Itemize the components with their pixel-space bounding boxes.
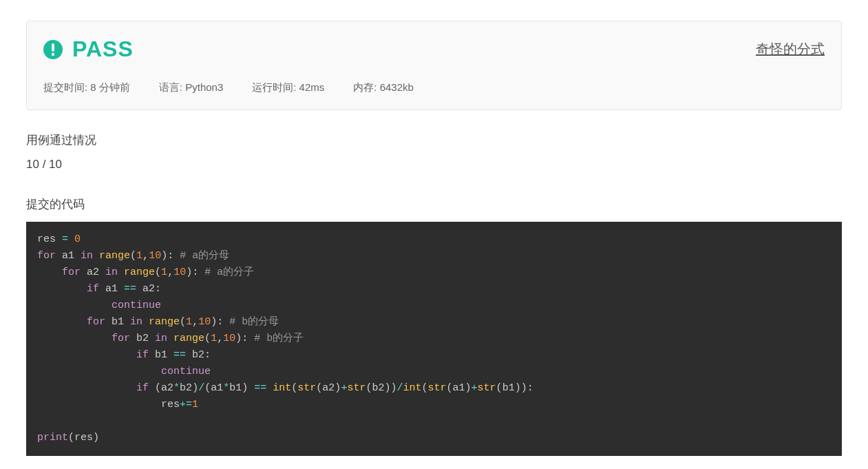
code-title: 提交的代码 [26,196,842,212]
meta-runtime: 运行时间: 42ms [252,81,324,94]
meta-memory: 内存: 6432kb [353,81,414,94]
status-panel: PASS 奇怪的分式 提交时间: 8 分钟前 语言: Python3 运行时间:… [26,21,842,110]
testcase-title: 用例通过情况 [26,132,842,148]
status-header: PASS 奇怪的分式 [43,37,825,62]
svg-point-1 [52,52,54,55]
meta-language: 语言: Python3 [159,81,223,94]
exclamation-circle-icon [43,40,63,59]
status-text: PASS [72,37,134,62]
code-block[interactable]: res = 0 for a1 in range(1,10): # a的分母 fo… [26,222,842,456]
meta-row: 提交时间: 8 分钟前 语言: Python3 运行时间: 42ms 内存: 6… [43,81,825,94]
testcase-result: 10 / 10 [26,158,842,171]
svg-rect-0 [52,43,54,52]
status-left: PASS [43,37,134,62]
meta-submit-time: 提交时间: 8 分钟前 [43,81,130,94]
problem-link[interactable]: 奇怪的分式 [756,40,825,59]
